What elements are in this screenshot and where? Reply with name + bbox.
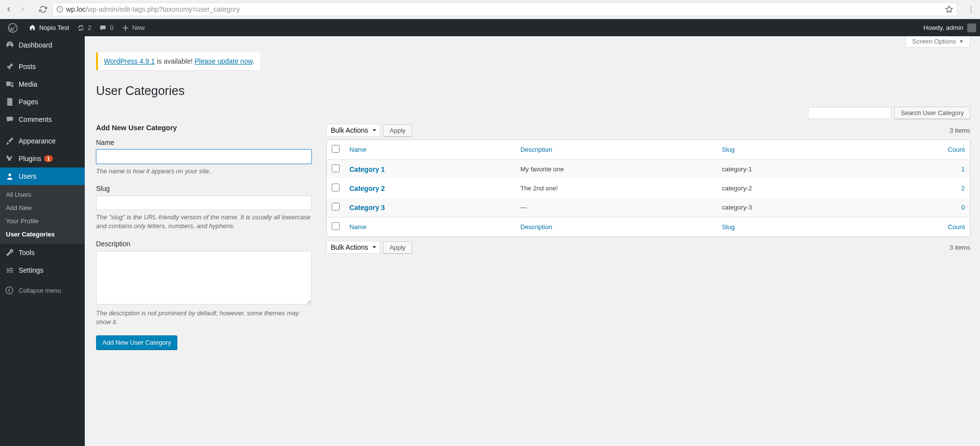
svg-point-2 bbox=[60, 8, 60, 8]
apply-button-top[interactable]: Apply bbox=[383, 124, 412, 137]
comment-icon bbox=[99, 24, 107, 32]
menu-users[interactable]: Users bbox=[0, 167, 85, 185]
categories-table: Name Description Slug Count Category 1 M… bbox=[326, 140, 970, 237]
slug-help: The "slug" is the URL-friendly version o… bbox=[96, 213, 312, 231]
url-bar[interactable]: wp.loc/wp-admin/edit-tags.php?taxonomy=u… bbox=[52, 2, 957, 16]
table-row: Category 2 The 2nd one! category-2 2 bbox=[327, 179, 970, 198]
col-description[interactable]: Description bbox=[515, 140, 717, 160]
admin-sidebar: Dashboard Posts Media Pages Comments App… bbox=[0, 36, 85, 446]
admin-bar: Nopio Test 2 0 New Howdy, admin bbox=[0, 19, 980, 36]
site-name[interactable]: Nopio Test bbox=[24, 19, 73, 36]
bulk-actions-bottom[interactable]: Bulk Actions bbox=[326, 241, 380, 254]
svg-point-6 bbox=[971, 11, 972, 12]
description-input[interactable] bbox=[96, 251, 312, 305]
update-now-link[interactable]: Please update now bbox=[195, 57, 252, 65]
row-slug: category-1 bbox=[717, 160, 868, 179]
row-slug: category-2 bbox=[717, 179, 868, 198]
update-icon bbox=[77, 24, 85, 32]
row-count-link[interactable]: 2 bbox=[961, 185, 965, 192]
row-count-link[interactable]: 1 bbox=[961, 165, 965, 173]
col-slug[interactable]: Slug bbox=[717, 140, 868, 160]
page-title: User Categories bbox=[96, 84, 970, 98]
submenu-all-users[interactable]: All Users bbox=[0, 188, 85, 201]
star-icon[interactable] bbox=[945, 5, 953, 13]
brush-icon bbox=[5, 137, 15, 145]
pin-icon bbox=[5, 62, 15, 71]
row-description: My favorite one bbox=[515, 160, 717, 179]
items-count-top: 3 items bbox=[950, 127, 970, 134]
menu-settings[interactable]: Settings bbox=[0, 261, 85, 279]
wp-logo[interactable] bbox=[4, 19, 24, 36]
row-name-link[interactable]: Category 2 bbox=[349, 185, 385, 192]
slug-label: Slug bbox=[96, 185, 312, 192]
user-icon bbox=[5, 172, 15, 181]
name-input[interactable] bbox=[96, 149, 312, 164]
menu-pages[interactable]: Pages bbox=[0, 93, 85, 111]
svg-rect-8 bbox=[8, 98, 12, 105]
search-button[interactable]: Search User Category bbox=[894, 107, 970, 119]
row-checkbox[interactable] bbox=[332, 184, 340, 191]
col-name[interactable]: Name bbox=[344, 217, 515, 237]
col-description[interactable]: Description bbox=[515, 217, 717, 237]
row-name-link[interactable]: Category 3 bbox=[349, 204, 385, 211]
bulk-actions-top[interactable]: Bulk Actions bbox=[326, 124, 380, 137]
collapse-menu[interactable]: Collapse menu bbox=[0, 282, 85, 299]
back-button[interactable] bbox=[5, 5, 13, 13]
info-icon bbox=[56, 6, 63, 13]
forward-button[interactable] bbox=[19, 5, 26, 13]
plus-icon bbox=[122, 24, 129, 32]
screen-options-button[interactable]: Screen Options ▼ bbox=[906, 36, 970, 47]
browser-chrome: wp.loc/wp-admin/edit-tags.php?taxonomy=u… bbox=[0, 0, 980, 19]
row-description: The 2nd one! bbox=[515, 179, 717, 198]
svg-point-10 bbox=[6, 287, 13, 294]
search-input[interactable] bbox=[808, 107, 891, 119]
submenu-your-profile[interactable]: Your Profile bbox=[0, 214, 85, 228]
row-checkbox[interactable] bbox=[332, 164, 340, 172]
slug-input[interactable] bbox=[96, 195, 312, 210]
apply-button-bottom[interactable]: Apply bbox=[383, 241, 412, 254]
col-name[interactable]: Name bbox=[344, 140, 515, 160]
url-text: wp.loc/wp-admin/edit-tags.php?taxonomy=u… bbox=[66, 5, 240, 13]
name-label: Name bbox=[96, 139, 312, 146]
collapse-icon bbox=[5, 286, 15, 295]
wp-version-link[interactable]: WordPress 4.9.1 bbox=[104, 57, 155, 65]
menu-media[interactable]: Media bbox=[0, 75, 85, 93]
select-all-bottom[interactable] bbox=[332, 222, 340, 230]
menu-dashboard[interactable]: Dashboard bbox=[0, 36, 85, 54]
col-count[interactable]: Count bbox=[868, 217, 970, 237]
submenu-add-new[interactable]: Add New bbox=[0, 201, 85, 214]
col-slug[interactable]: Slug bbox=[717, 217, 868, 237]
submenu-user-categories[interactable]: User Categories bbox=[0, 228, 85, 241]
row-checkbox[interactable] bbox=[332, 203, 340, 211]
sliders-icon bbox=[5, 266, 15, 275]
media-icon bbox=[5, 80, 15, 89]
svg-marker-3 bbox=[946, 6, 952, 12]
menu-dots-icon[interactable] bbox=[967, 5, 975, 13]
table-row: Category 3 — category-3 0 bbox=[327, 198, 970, 217]
row-description: — bbox=[515, 198, 717, 217]
form-heading: Add New User Category bbox=[96, 124, 312, 132]
menu-appearance[interactable]: Appearance bbox=[0, 132, 85, 150]
plugins-badge: 1 bbox=[44, 155, 53, 162]
description-label: Description bbox=[96, 240, 312, 248]
select-all-top[interactable] bbox=[332, 145, 340, 153]
submit-button[interactable]: Add New User Category bbox=[96, 335, 177, 350]
updates-item[interactable]: 2 bbox=[73, 19, 95, 36]
menu-posts[interactable]: Posts bbox=[0, 58, 85, 75]
col-count[interactable]: Count bbox=[868, 140, 970, 160]
new-content[interactable]: New bbox=[118, 19, 149, 36]
description-help: The description is not prominent by defa… bbox=[96, 309, 312, 327]
wordpress-icon bbox=[8, 23, 18, 33]
menu-plugins[interactable]: Plugins1 bbox=[0, 150, 85, 167]
comments-item[interactable]: 0 bbox=[95, 19, 117, 36]
svg-point-5 bbox=[971, 9, 972, 10]
howdy-user[interactable]: Howdy, admin bbox=[924, 23, 976, 32]
reload-button[interactable] bbox=[39, 5, 47, 13]
page-icon bbox=[5, 97, 15, 106]
row-name-link[interactable]: Category 1 bbox=[349, 165, 385, 173]
menu-comments[interactable]: Comments bbox=[0, 111, 85, 128]
row-count-link[interactable]: 0 bbox=[961, 204, 965, 211]
avatar bbox=[967, 23, 976, 32]
menu-tools[interactable]: Tools bbox=[0, 244, 85, 261]
update-notice: WordPress 4.9.1 is available! Please upd… bbox=[96, 52, 260, 70]
